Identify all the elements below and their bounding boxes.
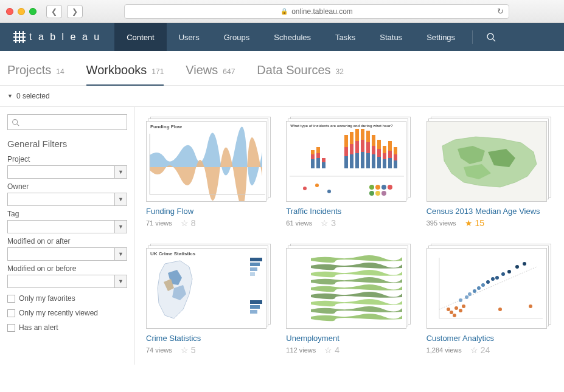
filter-owner-select[interactable]: ▼ [7, 193, 127, 206]
views-count: 1,284 views [426, 346, 462, 354]
filter-modified-before-select[interactable]: ▼ [7, 275, 127, 288]
svg-rect-25 [361, 129, 364, 140]
favorite-toggle[interactable]: ☆ 3 [321, 218, 336, 228]
svg-rect-30 [372, 146, 375, 154]
back-button[interactable]: ❮ [46, 5, 62, 18]
workbook-title[interactable]: Crime Statistics [146, 334, 271, 343]
check-label: Only my favorites [19, 294, 75, 303]
reload-icon[interactable]: ↻ [497, 7, 504, 16]
svg-rect-7 [311, 154, 315, 159]
filter-check-alert[interactable]: Has an alert [7, 323, 127, 332]
workbook-title[interactable]: Customer Analytics [426, 334, 551, 343]
tab-label: Workbooks [86, 63, 147, 77]
workbook-meta: 1,284 views ☆ 24 [426, 345, 551, 355]
filter-check-favorites[interactable]: Only my favorites [7, 294, 127, 303]
svg-rect-11 [316, 147, 320, 153]
tab-views[interactable]: Views 647 [186, 63, 235, 84]
svg-rect-43 [394, 147, 397, 154]
nav-schedules[interactable]: Schedules [262, 23, 323, 51]
tab-projects[interactable]: Projects 14 [7, 63, 64, 84]
workbook-title[interactable]: Unemployment [286, 334, 411, 343]
workbook-card[interactable]: What type of incidents are occuring and … [286, 117, 411, 228]
svg-rect-8 [311, 150, 315, 154]
maximize-window-button[interactable] [29, 8, 37, 15]
favorite-toggle[interactable]: ☆ 4 [324, 345, 339, 355]
svg-point-46 [315, 184, 319, 187]
tab-workbooks[interactable]: Workbooks 171 [86, 63, 164, 86]
chevron-down-icon: ▼ [114, 193, 127, 205]
checkbox-icon [7, 309, 15, 317]
content-tabs: Projects 14 Workbooks 171 Views 647 Data… [0, 51, 564, 86]
svg-point-84 [523, 262, 526, 266]
svg-line-65 [439, 267, 537, 309]
svg-point-66 [447, 308, 450, 311]
workbook-card[interactable]: Census 2013 Median Age Views 395 views ★… [426, 117, 551, 228]
svg-rect-21 [355, 141, 359, 153]
views-count: 71 views [146, 219, 172, 227]
svg-rect-62 [250, 310, 257, 314]
window-controls [6, 8, 37, 15]
svg-point-69 [459, 309, 462, 312]
chevron-down-icon: ▼ [114, 166, 127, 178]
filter-label-tag: Tag [7, 210, 127, 218]
svg-rect-33 [377, 149, 381, 157]
close-window-button[interactable] [6, 8, 13, 15]
checkbox-icon [7, 295, 15, 303]
workbook-title[interactable]: Funding Flow [146, 207, 271, 216]
minimize-window-button[interactable] [18, 8, 25, 15]
nav-settings[interactable]: Settings [414, 23, 467, 51]
workbook-title[interactable]: Census 2013 Median Age Views [426, 207, 551, 216]
svg-rect-10 [316, 153, 320, 158]
svg-rect-18 [350, 144, 353, 154]
workbook-grid: Funding Flow Funding Flow 71 views ☆ 8 [135, 107, 564, 365]
nav-groups[interactable]: Groups [212, 23, 262, 51]
workbook-thumbnail [426, 244, 551, 329]
nav-users[interactable]: Users [167, 23, 212, 51]
nav-status[interactable]: Status [367, 23, 414, 51]
views-count: 112 views [286, 346, 316, 354]
chevron-down-icon: ▼ [114, 275, 127, 287]
filter-tag-select[interactable]: ▼ [7, 220, 127, 233]
address-bar[interactable]: 🔒 online.tableau.com ↻ [124, 4, 509, 19]
nav-tasks[interactable]: Tasks [323, 23, 367, 51]
svg-rect-24 [361, 140, 364, 152]
workbook-title[interactable]: Traffic Incidents [286, 207, 411, 216]
svg-rect-14 [344, 156, 348, 168]
filter-search-input[interactable] [7, 114, 127, 130]
filter-modified-after-select[interactable]: ▼ [7, 247, 127, 261]
logo-icon [13, 31, 26, 43]
workbook-meta: 395 views ★ 15 [426, 218, 551, 228]
workbook-card[interactable]: Unemployment 112 views ☆ 4 [286, 244, 411, 355]
svg-point-45 [303, 187, 307, 190]
filter-check-recent[interactable]: Only my recently viewed [7, 309, 127, 317]
selection-bar[interactable]: ▼ 0 selected [0, 86, 564, 107]
views-count: 395 views [426, 219, 456, 227]
favorite-toggle[interactable]: ☆ 24 [470, 345, 490, 355]
svg-rect-57 [250, 263, 260, 266]
svg-rect-40 [388, 141, 392, 151]
favorite-toggle[interactable]: ☆ 8 [181, 218, 196, 228]
logo-text: t a b l e a u [29, 32, 101, 43]
svg-rect-28 [366, 131, 370, 142]
tableau-logo[interactable]: t a b l e a u [0, 23, 114, 51]
filter-project-select[interactable]: ▼ [7, 165, 127, 179]
svg-point-85 [498, 308, 502, 311]
svg-rect-58 [250, 267, 257, 271]
nav-content[interactable]: Content [114, 23, 167, 51]
tab-data-sources[interactable]: Data Sources 32 [257, 63, 344, 84]
workbook-card[interactable]: Funding Flow Funding Flow 71 views ☆ 8 [146, 117, 271, 228]
filter-label-modified-before: Modified on or before [7, 264, 127, 273]
favorite-toggle[interactable]: ☆ 5 [181, 345, 196, 355]
search-icon[interactable] [478, 32, 504, 42]
svg-point-78 [486, 280, 490, 284]
favorite-toggle[interactable]: ★ 15 [465, 218, 485, 228]
svg-rect-59 [250, 272, 255, 276]
browser-chrome: ❮ ❯ 🔒 online.tableau.com ↻ [0, 0, 564, 23]
filter-sidebar: General Filters Project ▼ Owner ▼ Tag ▼ … [0, 107, 135, 365]
forward-button[interactable]: ❯ [67, 5, 83, 18]
svg-rect-42 [394, 154, 397, 160]
workbook-card[interactable]: Customer Analytics 1,284 views ☆ 24 [426, 244, 551, 355]
workbook-card[interactable]: UK Crime Statistics Crime Statistics 74 … [146, 244, 271, 355]
workbook-thumbnail [426, 117, 551, 202]
svg-rect-22 [355, 129, 359, 141]
